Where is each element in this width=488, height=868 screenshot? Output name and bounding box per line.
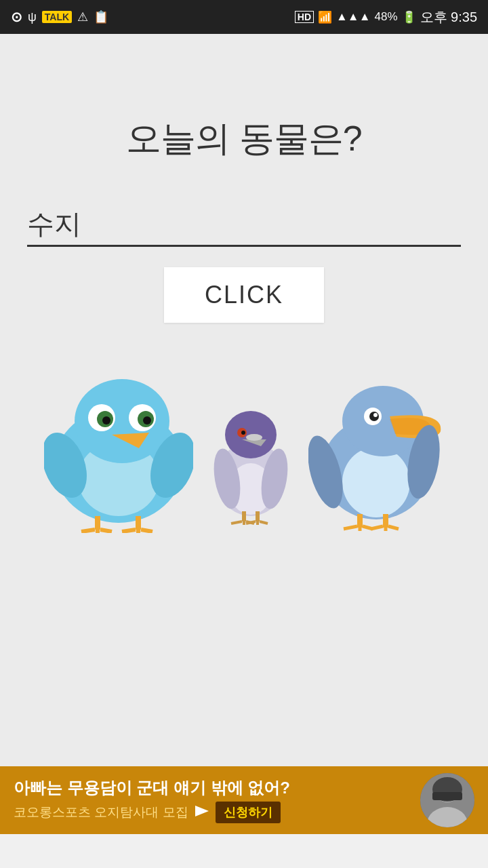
svg-rect-12 [95, 516, 100, 530]
svg-line-17 [122, 530, 136, 532]
svg-rect-58 [432, 792, 462, 800]
bird-left [44, 377, 193, 533]
svg-point-26 [241, 431, 245, 435]
birds-container [14, 377, 474, 533]
svg-marker-53 [195, 806, 209, 816]
svg-line-13 [81, 530, 95, 532]
svg-point-38 [342, 447, 410, 517]
svg-point-24 [246, 434, 262, 441]
svg-line-36 [260, 521, 268, 524]
click-button[interactable]: CLICK [164, 267, 324, 323]
svg-rect-16 [136, 516, 141, 530]
svg-line-52 [388, 526, 399, 529]
talk-icon: TALK [42, 11, 72, 23]
bird-middle [207, 391, 295, 526]
app-icon-1: ⊙ [11, 9, 22, 25]
clipboard-icon: 📋 [94, 9, 108, 24]
svg-rect-33 [256, 511, 260, 521]
page-title: 오늘의 동물은? [126, 115, 361, 163]
svg-point-7 [102, 416, 110, 425]
name-input[interactable] [27, 203, 461, 247]
svg-line-15 [100, 530, 112, 532]
wifi-icon: 📶 [318, 10, 332, 24]
svg-line-19 [141, 530, 152, 532]
svg-point-8 [143, 416, 151, 425]
ad-main-text: 아빠는 무용담이 군대 얘기 밖에 없어? [14, 777, 413, 799]
status-bar: ⊙ ψ TALK ⚠ 📋 HD 📶 ▲▲▲ 48% 🔋 오후 9:35 [0, 0, 488, 34]
battery-icon: 🔋 [402, 10, 416, 24]
bird-right [308, 377, 444, 533]
signal-icon: ▲▲▲ [336, 10, 370, 24]
svg-line-50 [371, 526, 383, 529]
svg-rect-29 [242, 511, 246, 521]
status-right-icons: HD 📶 ▲▲▲ 48% 🔋 오후 9:35 [295, 8, 477, 26]
input-section [27, 203, 461, 247]
time-display: 오후 9:35 [420, 8, 477, 26]
warning-icon: ⚠ [77, 9, 88, 24]
svg-line-30 [231, 521, 242, 524]
svg-point-42 [373, 413, 378, 417]
usb-icon: ψ [28, 10, 37, 24]
ad-sub-text: 코오롱스포츠 오지탐사대 모집 [14, 804, 188, 821]
battery-percent: 48% [374, 10, 397, 24]
ad-arrow-icon [194, 803, 210, 822]
ad-signup-button[interactable]: 신청하기 [216, 802, 281, 823]
status-left-icons: ⊙ ψ TALK ⚠ 📋 [11, 9, 108, 25]
hd-badge: HD [295, 11, 314, 23]
ad-banner[interactable]: 아빠는 무용담이 군대 얘기 밖에 없어? 코오롱스포츠 오지탐사대 모집 신청… [0, 766, 488, 834]
svg-rect-45 [357, 514, 363, 528]
svg-rect-49 [383, 514, 388, 528]
ad-avatar [420, 773, 474, 827]
svg-line-46 [344, 526, 357, 529]
main-content: 오늘의 동물은? CLICK [0, 34, 488, 834]
